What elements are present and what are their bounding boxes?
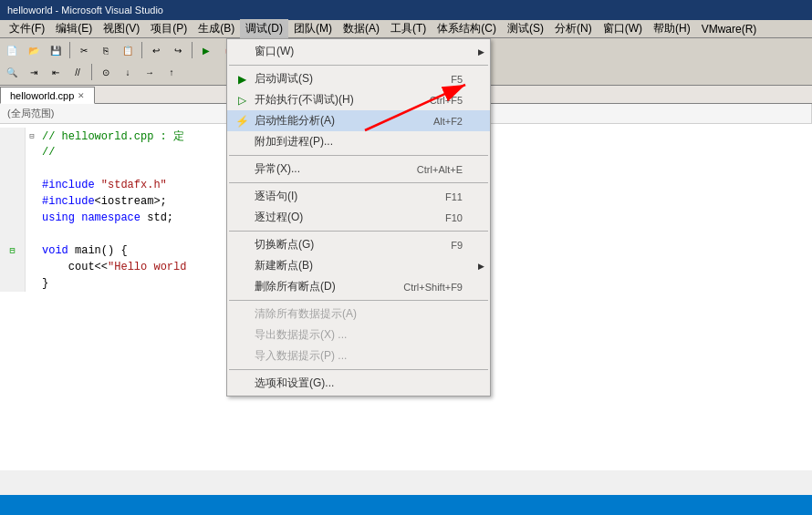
code-using: using namespace	[42, 211, 141, 224]
menu-options[interactable]: 选项和设置(G)...	[227, 373, 490, 394]
tb-paste-btn[interactable]: 📋	[118, 41, 138, 59]
code-content-7	[38, 226, 42, 242]
tb-sep-6	[91, 64, 92, 80]
tb-save-btn[interactable]: 💾	[46, 41, 66, 59]
menu-new-bp[interactable]: 新建断点(B) ▶	[227, 255, 490, 276]
menu-toggle-bp[interactable]: 切换断点(G) F9	[227, 234, 490, 255]
tb-debug-start[interactable]: ▶	[196, 41, 216, 59]
menu-data[interactable]: 数据(A)	[338, 19, 385, 38]
menu-arch[interactable]: 体系结构(C)	[432, 19, 502, 38]
menu-test[interactable]: 测试(S)	[502, 19, 549, 38]
sep-6	[229, 369, 488, 370]
line-gutter-3	[0, 160, 26, 177]
perf-shortcut: Alt+F2	[433, 116, 463, 127]
debug-dropdown-menu: 窗口(W) ▶ ▶ 启动调试(S) F5 ▷ 开始执行(不调试)(H) Ctrl…	[226, 38, 491, 397]
tb-open-btn[interactable]: 📂	[24, 41, 44, 59]
menu-delete-bp[interactable]: 删除所有断点(D) Ctrl+Shift+F9	[227, 276, 490, 297]
menu-help[interactable]: 帮助(H)	[648, 19, 696, 38]
code-content-1: // helloworld.cpp : 定	[38, 128, 184, 144]
menu-clear-hints: 清除所有数据提示(A)	[227, 304, 490, 324]
menu-debug-window[interactable]: 窗口(W) ▶	[227, 41, 490, 62]
menu-export-hints-label: 导出数据提示(X) ...	[255, 327, 347, 343]
menu-delete-bp-label: 删除所有断点(D)	[255, 279, 336, 294]
code-main: main() {	[68, 244, 128, 257]
menu-attach[interactable]: 附加到进程(P)...	[227, 131, 490, 152]
menu-options-label: 选项和设置(G)...	[255, 376, 334, 391]
tb-new-btn[interactable]: 📄	[2, 41, 22, 59]
title-text: helloworld - Microsoft Visual Studio	[7, 5, 163, 15]
sep-3	[229, 182, 488, 183]
menu-step-into-label: 逐语句(I)	[255, 189, 297, 204]
line-gutter-9	[0, 259, 26, 275]
code-cout: cout<<	[68, 261, 108, 273]
code-comment-1: // helloworld.cpp : 定	[42, 129, 184, 144]
step-over-shortcut: F10	[445, 212, 463, 223]
delete-bp-shortcut: Ctrl+Shift+F9	[403, 282, 463, 293]
new-bp-arrow-icon: ▶	[478, 262, 484, 271]
menu-file[interactable]: 文件(F)	[4, 19, 50, 38]
code-close-brace: }	[42, 277, 48, 290]
code-content-9: cout<<"Hello world	[38, 259, 186, 275]
tb-sep-1	[69, 42, 70, 58]
tb-indent-btn[interactable]: ⇥	[24, 63, 44, 81]
tb-undo-btn[interactable]: ↩	[146, 41, 166, 59]
menu-step-over-label: 逐过程(O)	[255, 210, 303, 225]
menu-import-hints: 导入数据提示(P) ...	[227, 345, 490, 366]
menu-perf-analyze[interactable]: ⚡ 启动性能分析(A) Alt+F2	[227, 110, 490, 131]
tb-cut-btn[interactable]: ✂	[74, 41, 94, 59]
tab-helloworld[interactable]: helloworld.cpp ✕	[0, 87, 95, 104]
sep-1	[229, 65, 488, 66]
code-str-hello: "Hello world	[108, 261, 186, 273]
collapse-5	[26, 193, 38, 210]
code-void: void	[42, 244, 68, 257]
menu-window[interactable]: 窗口(W)	[598, 19, 648, 38]
perf-icon: ⚡	[233, 112, 251, 130]
menu-toggle-bp-label: 切换断点(G)	[255, 237, 314, 252]
menu-tools[interactable]: 工具(T)	[385, 19, 432, 38]
code-content-8: void main() {	[38, 242, 128, 259]
tb-outdent-btn[interactable]: ⇤	[46, 63, 66, 81]
menu-start-debug[interactable]: ▶ 启动调试(S) F5	[227, 68, 490, 89]
menu-start-no-debug[interactable]: ▷ 开始执行(不调试)(H) Ctrl+F5	[227, 89, 490, 110]
tb-copy-btn[interactable]: ⎘	[96, 41, 116, 59]
menu-vmware[interactable]: VMware(R)	[696, 21, 763, 37]
collapse-2	[26, 144, 38, 160]
toggle-bp-shortcut: F9	[451, 240, 463, 251]
tb-over-btn[interactable]: →	[140, 63, 160, 81]
code-content-3	[38, 160, 42, 177]
menu-project[interactable]: 项目(P)	[145, 19, 193, 38]
sep-5	[229, 300, 488, 301]
menu-bar: 文件(F) 编辑(E) 视图(V) 项目(P) 生成(B) 调试(D) 团队(M…	[0, 20, 812, 38]
step-into-shortcut: F11	[445, 191, 463, 202]
line-gutter-8: ⊟	[0, 242, 26, 259]
collapse-6	[26, 210, 38, 226]
menu-step-over[interactable]: 逐过程(O) F10	[227, 207, 490, 228]
collapse-7	[26, 226, 38, 242]
tb-out-btn[interactable]: ↑	[161, 63, 182, 81]
tb-sep-3	[192, 42, 193, 58]
tb-find-btn[interactable]: 🔍	[2, 63, 22, 81]
tab-close-icon[interactable]: ✕	[78, 91, 85, 100]
menu-step-into[interactable]: 逐语句(I) F11	[227, 186, 490, 207]
tab-label: helloworld.cpp	[10, 90, 74, 101]
menu-view[interactable]: 视图(V)	[98, 19, 145, 38]
collapse-8[interactable]	[26, 242, 38, 259]
code-str-1: "stdafx.h"	[101, 179, 167, 191]
menu-debug[interactable]: 调试(D)	[240, 19, 288, 38]
collapse-1[interactable]: ⊟	[26, 128, 38, 144]
menu-exception[interactable]: 异常(X)... Ctrl+Alt+E	[227, 159, 490, 180]
tb-bp-btn[interactable]: ⊙	[96, 63, 116, 81]
menu-team[interactable]: 团队(M)	[288, 19, 338, 38]
code-content-4: #include "stdafx.h"	[38, 177, 167, 193]
start-debug-icon: ▶	[233, 70, 251, 88]
menu-build[interactable]: 生成(B)	[193, 19, 240, 38]
tb-redo-btn[interactable]: ↪	[168, 41, 188, 59]
tb-comment-btn[interactable]: //	[68, 63, 88, 81]
sep-4	[229, 231, 488, 232]
menu-analyze[interactable]: 分析(N)	[549, 19, 598, 38]
tb-step-btn[interactable]: ↓	[118, 63, 138, 81]
scope-value: (全局范围)	[7, 107, 54, 120]
collapse-10	[26, 275, 38, 292]
menu-edit[interactable]: 编辑(E)	[50, 19, 98, 38]
menu-attach-label: 附加到进程(P)...	[255, 134, 333, 149]
